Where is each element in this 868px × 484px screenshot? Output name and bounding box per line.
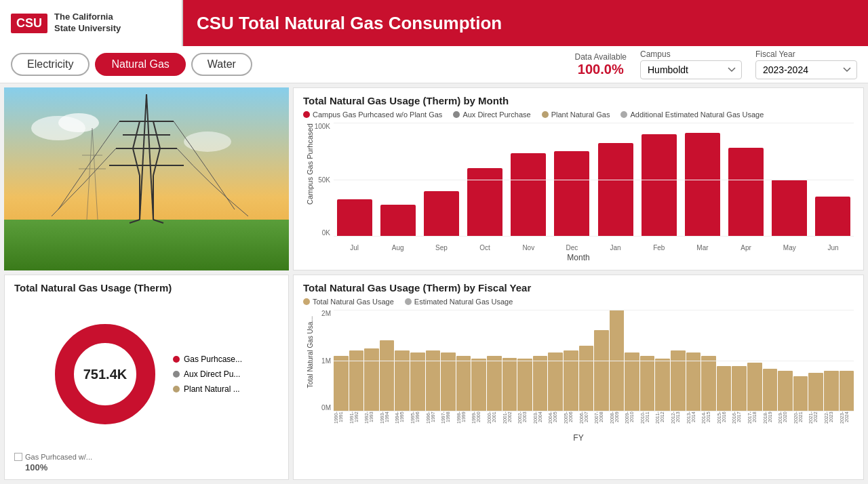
- fiscal-fy-label: 2005-2006: [564, 411, 578, 432]
- fiscal-bar: [778, 371, 793, 411]
- monthly-month-label: Aug: [377, 243, 418, 251]
- monthly-bar: [380, 205, 416, 237]
- data-available-value: 100.0%: [575, 62, 627, 77]
- svg-rect-4: [4, 220, 289, 270]
- monthly-month-label: Oct: [465, 243, 506, 251]
- note-label: Gas Purhcased w/...: [25, 453, 92, 461]
- natural-gas-tab[interactable]: Natural Gas: [95, 53, 185, 76]
- fiscal-fy-label: 2003-2004: [533, 411, 548, 432]
- monthly-bar-wrap: [420, 123, 462, 237]
- donut-container: 751.4K: [51, 320, 159, 428]
- fiscal-fy-label: 2021-2022: [808, 411, 823, 432]
- monthly-bar-wrap: [334, 123, 375, 237]
- monthly-bar-wrap: [377, 123, 418, 237]
- fiscal-bar: [610, 310, 625, 411]
- fiscal-fy-label: 2010-2011: [640, 411, 655, 432]
- donut-legend: Gas Purhcase...Aux Direct Pu...Plant Nat…: [173, 355, 242, 394]
- fiscal-bar: [487, 356, 502, 412]
- monthly-bar: [772, 180, 807, 237]
- fiscal-fy-label: 1996-1997: [426, 411, 441, 432]
- fiscal-chart-panel: Total Natural Gas Usage (Therm) by Fisca…: [293, 275, 864, 480]
- fiscal-bar: [364, 348, 379, 411]
- hero-image: [4, 87, 289, 270]
- electricity-tab[interactable]: Electricity: [11, 53, 90, 76]
- fiscal-fy-label: 1998-1999: [456, 411, 471, 432]
- fiscal-bar: [747, 363, 762, 411]
- fiscal-bar: [395, 350, 410, 411]
- campus-select[interactable]: Humboldt: [640, 60, 742, 79]
- monthly-legend-item: Aux Direct Purchase: [453, 110, 530, 119]
- fiscal-fy-label: 2023-2024: [840, 411, 854, 432]
- donut-area: 751.4K Gas Purhcase...Aux Direct Pu...Pl…: [14, 298, 279, 450]
- fiscal-fy-label: 1997-1998: [441, 411, 456, 432]
- content-grid: Total Natural Gas Usage (Therm) by Month…: [0, 83, 868, 484]
- fiscal-bar: [717, 366, 732, 412]
- fiscal-bar: [564, 350, 578, 411]
- fiscal-bar: [441, 352, 456, 411]
- nav-controls: Data Available 100.0% Campus Humboldt Fi…: [575, 49, 858, 79]
- navbar: Electricity Natural Gas Water Data Avail…: [0, 46, 868, 83]
- fiscal-bar: [824, 371, 839, 411]
- donut-center-value: 751.4K: [83, 366, 127, 382]
- fiscal-fy-label: 1991-1992: [349, 411, 364, 432]
- monthly-chart-title: Total Natural Gas Usage (Therm) by Month: [303, 95, 854, 106]
- monthly-month-label: Mar: [682, 243, 723, 251]
- monthly-month-label: Nov: [508, 243, 549, 251]
- fiscal-bar: [410, 352, 425, 411]
- fiscal-fy-label: 1993-1994: [380, 411, 395, 432]
- svg-point-3: [184, 132, 231, 152]
- page-header: CSU The California State University CSU …: [0, 0, 868, 46]
- fiscal-fy-label: 2001-2002: [502, 411, 517, 432]
- note-row: Gas Purhcased w/...: [14, 453, 279, 461]
- fiscal-year-dropdown-group: Fiscal Year 2023-2024: [755, 49, 857, 79]
- fiscal-bar: [349, 350, 364, 411]
- monthly-chart-panel: Total Natural Gas Usage (Therm) by Month…: [293, 87, 864, 270]
- fiscal-bar: [808, 373, 823, 411]
- fiscal-fy-label: 2020-2021: [793, 411, 808, 432]
- monthly-bar-wrap: [812, 123, 854, 237]
- donut-chart-panel: Total Natural Gas Usage (Therm) 751.4K G…: [4, 275, 289, 480]
- logo-subtitle: The California State University: [54, 12, 121, 35]
- fiscal-fy-label: 2007-2008: [594, 411, 609, 432]
- fiscal-fy-label: 2008-2009: [610, 411, 625, 432]
- fiscal-fy-label: 1999-2000: [471, 411, 486, 432]
- water-tab[interactable]: Water: [191, 53, 252, 76]
- fiscal-fy-label: 2015-2016: [717, 411, 732, 432]
- fiscal-chart-area: Total Natural Gas Usa... 2M 1M 0M 1990-1…: [303, 310, 854, 432]
- fiscal-fy-label: 1992-1993: [364, 411, 379, 432]
- monthly-month-label: Sep: [420, 243, 462, 251]
- monthly-bar: [685, 133, 720, 237]
- note-value: 100%: [25, 462, 279, 472]
- y-label-0k: 0K: [303, 229, 330, 237]
- fiscal-fy-label: 2022-2023: [824, 411, 839, 432]
- svg-point-2: [58, 113, 99, 132]
- fiscal-legend-item: Estimated Natural Gas Usage: [405, 298, 513, 306]
- monthly-month-label: May: [769, 243, 810, 251]
- monthly-bar: [642, 134, 677, 237]
- fiscal-year-select[interactable]: 2023-2024: [755, 60, 857, 79]
- fiscal-legend: Total Natural Gas UsageEstimated Natural…: [303, 298, 854, 306]
- monthly-bar-wrap: [465, 123, 506, 237]
- monthly-month-labels: JulAugSepOctNovDecJanFebMarAprMayJun: [334, 243, 854, 251]
- fiscal-bar: [548, 352, 563, 411]
- fiscal-bar: [533, 356, 548, 412]
- fiscal-bar: [763, 369, 778, 411]
- fiscal-bar: [334, 356, 349, 412]
- fiscal-fy-label: 2006-2007: [579, 411, 594, 432]
- monthly-month-label: Feb: [638, 243, 679, 251]
- fiscal-bar: [701, 356, 716, 412]
- monthly-bar-wrap: [682, 123, 723, 237]
- fiscal-bar: [594, 330, 609, 411]
- monthly-bar: [728, 148, 764, 237]
- campus-label: Campus: [640, 49, 742, 59]
- donut-legend-item: Gas Purhcase...: [173, 355, 242, 364]
- fiscal-fy-label: 1995-1996: [410, 411, 425, 432]
- monthly-legend: Campus Gas Purhcased w/o Plant GasAux Di…: [303, 110, 854, 119]
- monthly-bars: [334, 123, 854, 237]
- fiscal-fy-label: 2017-2018: [747, 411, 762, 432]
- fiscal-year-label: Fiscal Year: [755, 49, 857, 59]
- fiscal-fy-label: 2002-2003: [517, 411, 532, 432]
- fiscal-y-1m: 1M: [305, 357, 331, 365]
- monthly-legend-item: Additional Estimated Natural Gas Usage: [620, 110, 764, 119]
- monthly-bar: [424, 191, 459, 237]
